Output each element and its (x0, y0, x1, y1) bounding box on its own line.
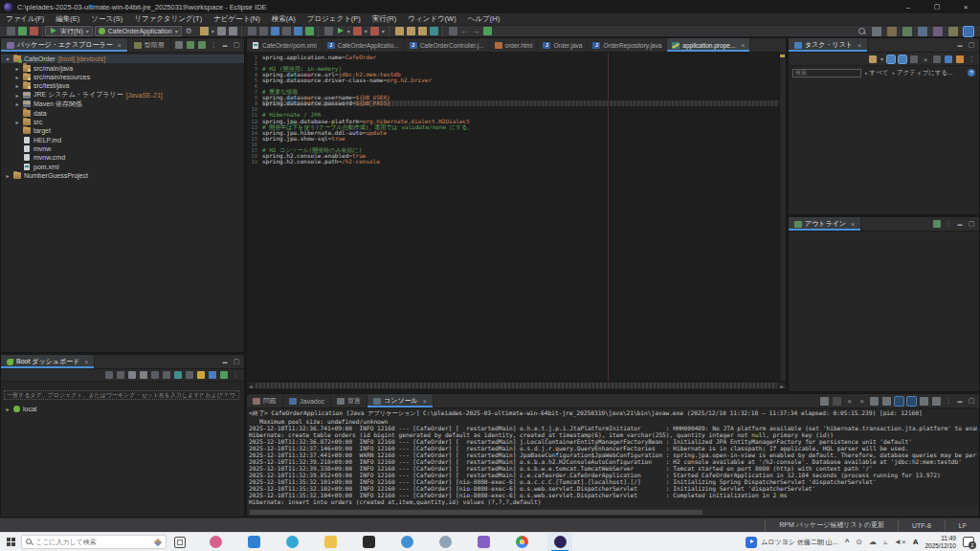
editor-tab-2[interactable]: CafeOrderController.j... (405, 38, 490, 52)
notification-center-button[interactable]: 2 (963, 537, 974, 547)
perspective-spring-icon[interactable] (948, 27, 958, 36)
scroll-left-icon[interactable]: ◂ (247, 383, 255, 389)
minimize-view-icon[interactable] (956, 397, 964, 405)
boot-devtools-gear-icon[interactable] (294, 27, 302, 35)
maximize-view-icon[interactable] (233, 41, 240, 49)
launch-settings-gear-icon[interactable] (184, 26, 194, 36)
remove-all-launches-icon[interactable] (858, 397, 866, 406)
categorized-view-icon[interactable] (887, 55, 895, 63)
start-button[interactable] (0, 533, 21, 551)
close-icon[interactable] (82, 359, 88, 365)
help-icon[interactable] (968, 69, 975, 77)
network-icon[interactable]: ▵ (883, 538, 887, 546)
redo-icon[interactable] (259, 27, 268, 35)
remove-launch-icon[interactable] (845, 397, 854, 406)
code-area[interactable]: spring.application.name=CafeOrder # H2 (… (262, 55, 778, 165)
search-icon[interactable] (858, 28, 866, 35)
expand-arrow-icon[interactable]: ▸ (14, 119, 20, 125)
menubar-item-7[interactable]: 実行(R) (367, 13, 402, 26)
edit-config-pencil-icon[interactable] (174, 371, 182, 379)
taskbar-search-box[interactable] (21, 535, 167, 549)
activate-dropdown[interactable]: アクティブにする... (892, 69, 952, 77)
project-tree-item-3[interactable]: ▸src/test/java (1, 81, 244, 90)
close-icon[interactable] (856, 42, 861, 49)
project-tree-item-10[interactable]: mvnw (1, 144, 244, 153)
maximize-view-icon[interactable] (968, 41, 975, 49)
expand-arrow-icon[interactable]: ▸ (5, 172, 11, 179)
scrollbar-thumb[interactable] (250, 510, 702, 515)
clear-console-icon[interactable] (820, 397, 829, 406)
project-tree-item-4[interactable]: ▸JRE システム・ライブラリー [JavaSE-21] (1, 91, 244, 99)
project-tree-item-13[interactable]: ▸NumberGuessProject (1, 171, 244, 180)
word-wrap-icon[interactable] (882, 397, 891, 406)
scrollbar-thumb[interactable] (256, 383, 777, 388)
update-indicator-icon[interactable]: ⊙ (856, 538, 862, 546)
tab-outline[interactable]: アウトライン (789, 217, 861, 231)
expand-arrow-icon[interactable]: ▸ (14, 65, 20, 72)
show-stdout-icon[interactable] (907, 397, 916, 406)
taskbar-app-dev-app[interactable] (471, 533, 496, 551)
run-button-icon[interactable] (336, 27, 345, 35)
minimize-view-icon[interactable] (221, 41, 229, 49)
coverage-icon[interactable] (370, 27, 379, 35)
overview-ruler[interactable] (779, 53, 786, 381)
close-icon[interactable] (738, 42, 745, 49)
tab-package-explorer[interactable]: パッケージ・エクスプローラー (1, 38, 128, 52)
tags-bulb-icon[interactable] (197, 371, 205, 379)
undo-icon[interactable] (248, 27, 256, 35)
scroll-right-icon[interactable]: ▸ (778, 383, 786, 389)
taskbar-clock[interactable]: 11:49 2025/12/10 (924, 535, 956, 549)
view-menu-icon[interactable] (232, 371, 239, 379)
open-browser-icon[interactable] (163, 371, 170, 379)
filter-funnel-icon[interactable] (209, 371, 216, 379)
onedrive-cloud-icon[interactable]: ☁ (869, 538, 877, 546)
pin-console-icon[interactable] (895, 397, 903, 406)
tab-boot-dashboard[interactable]: Boot ダッシュボード (1, 355, 95, 368)
project-tree-item-1[interactable]: ▸src/main/java (1, 63, 244, 72)
expand-arrow-icon[interactable]: ▾ (5, 55, 11, 62)
project-tree-item-5[interactable]: ▸Maven 依存関係 (1, 99, 244, 108)
project-tree-item-9[interactable]: HELP.md (1, 136, 244, 144)
perspective-resource-icon[interactable] (887, 27, 897, 36)
back-arrow-icon[interactable]: ← (460, 27, 469, 35)
taskbar-app-terminal[interactable] (356, 533, 381, 551)
open-task-icon[interactable] (271, 27, 279, 35)
open-plugin-icon[interactable] (418, 27, 427, 35)
tab-type-hierarchy[interactable]: 型階層 (128, 38, 171, 52)
run-mode-combo[interactable]: 実行(N) (45, 26, 93, 36)
boot-tree-item-0[interactable]: ▸local (1, 405, 244, 413)
open-properties-icon[interactable] (186, 371, 193, 379)
mark-occurrences-icon[interactable] (282, 27, 291, 35)
hide-completed-icon[interactable] (933, 55, 941, 63)
taskbar-app-copilot[interactable] (433, 533, 457, 551)
expand-arrow-icon[interactable]: ▸ (14, 92, 20, 99)
expand-arrow-icon[interactable]: ▸ (14, 82, 20, 89)
editor-tab-3[interactable]: order.html (490, 38, 539, 52)
build-icon[interactable] (7, 27, 15, 35)
minimize-view-icon[interactable] (956, 220, 964, 228)
tray-expand-chevron-icon[interactable]: ^ (845, 538, 850, 546)
close-button[interactable] (951, 0, 980, 13)
project-tree-item-2[interactable]: ▸src/main/resources (1, 73, 244, 81)
taskbar-app-edge[interactable] (279, 533, 304, 551)
new-wizard-icon[interactable] (200, 27, 209, 35)
collapse-all-icon[interactable] (175, 41, 183, 49)
code-line-19[interactable]: spring.h2.console.path=/h2-console (262, 159, 778, 165)
menubar-item-4[interactable]: ナビゲート(N) (208, 13, 266, 26)
editor-tab-4[interactable]: Order.java (538, 38, 588, 52)
maximize-view-icon[interactable] (968, 220, 975, 228)
display-console-icon[interactable] (920, 397, 928, 406)
sort-icon[interactable] (933, 220, 941, 228)
expand-arrow-icon[interactable]: ▸ (14, 74, 20, 80)
menubar-item-1[interactable]: 編集(E) (50, 13, 85, 26)
terminate-icon[interactable] (833, 397, 841, 406)
stop-app-icon[interactable] (128, 371, 136, 379)
editor-tab-1[interactable]: CafeOrderApplicatio... (323, 38, 405, 52)
console-tab-3[interactable]: コンソール (368, 394, 434, 408)
project-tree-item-8[interactable]: target (1, 126, 244, 135)
project-tree-item-11[interactable]: mvnw.cmd (1, 153, 244, 162)
debug-app-icon[interactable] (117, 371, 124, 379)
perspective-jee-icon[interactable] (933, 27, 943, 36)
status-background-job[interactable]: RPM パッケージ候補リストの更新 (765, 520, 898, 531)
project-tree-item-12[interactable]: pom.xml (1, 163, 244, 171)
